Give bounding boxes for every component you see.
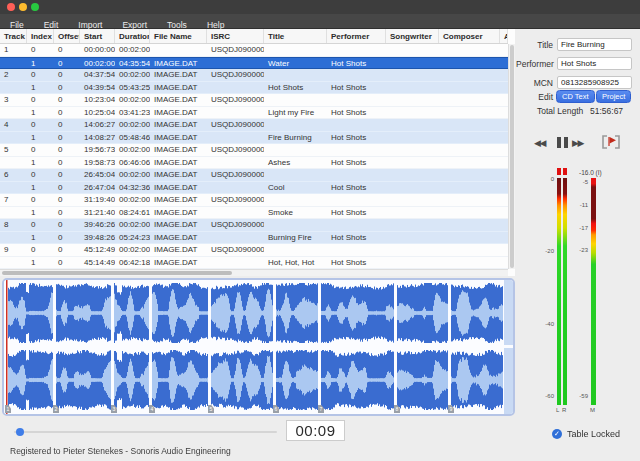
column-header-isrc[interactable]: ISRC: [207, 29, 264, 43]
column-header-arranger[interactable]: Arr: [500, 29, 508, 43]
cell-songwriter: [386, 257, 439, 269]
cell-index: 0: [27, 119, 54, 131]
cell-isrc: USQDJ0900009: [207, 244, 264, 256]
cell-track: 2: [0, 69, 27, 81]
cell-songwriter: [386, 94, 439, 106]
cell-track: [0, 82, 27, 94]
table-row[interactable]: 1026:47:0404:32:36IMAGE.DATCoolHot Shots: [0, 182, 508, 195]
cell-track: [0, 182, 27, 194]
table-row[interactable]: 1010:25:0403:41:23IMAGE.DATLight my Fire…: [0, 107, 508, 120]
cell-isrc: USQDJ0900005: [207, 144, 264, 156]
cell-isrc: [207, 132, 264, 144]
table-row[interactable]: 80039:46:2600:02:00IMAGE.DATUSQDJ0900008: [0, 219, 508, 232]
table-row[interactable]: 1004:39:5405:43:25IMAGE.DATHot ShotsHot …: [0, 82, 508, 95]
column-header-track[interactable]: Track: [0, 29, 27, 43]
table-horizontal-scrollbar[interactable]: [0, 269, 508, 276]
marker-flag-button[interactable]: [600, 134, 622, 154]
performer-input[interactable]: [557, 57, 632, 70]
rewind-button[interactable]: ◀◀: [534, 137, 545, 149]
column-header-duration[interactable]: Duration: [115, 29, 150, 43]
column-header-title[interactable]: Title: [264, 29, 327, 43]
cell-composer: [439, 157, 500, 169]
pause-button[interactable]: [557, 137, 571, 155]
cell-arranger: [500, 144, 508, 156]
table-row[interactable]: 1000:02:0004:35:54IMAGE.DATWaterHot Shot…: [0, 57, 508, 70]
zoom-window-button[interactable]: [31, 3, 39, 11]
cell-track: 8: [0, 219, 27, 231]
cell-isrc: [207, 58, 264, 69]
cell-arranger: [500, 244, 508, 256]
position-slider-handle[interactable]: [16, 428, 24, 436]
cell-index: 0: [27, 194, 54, 206]
cell-file-name: IMAGE.DAT: [150, 69, 207, 81]
table-row[interactable]: 90045:12:4900:02:00IMAGE.DATUSQDJ0900009: [0, 244, 508, 257]
cell-track: [0, 58, 27, 69]
cell-composer: [439, 144, 500, 156]
cell-offset: 0: [54, 44, 80, 56]
meter-channel-label: R: [562, 407, 566, 413]
mcn-input[interactable]: [557, 76, 632, 89]
m-meter-scale-label: -17: [568, 225, 588, 231]
table-row[interactable]: 1039:48:2605:24:23IMAGE.DATBurning FireH…: [0, 232, 508, 245]
column-header-performer[interactable]: Performer: [327, 29, 386, 43]
cell-composer: [439, 94, 500, 106]
cell-arranger: [500, 219, 508, 231]
cell-performer: [327, 144, 386, 156]
titlebar: [0, 0, 640, 14]
table-row[interactable]: 60026:45:0400:02:00IMAGE.DATUSQDJ0900006: [0, 169, 508, 182]
table-row[interactable]: 70031:19:4000:02:00IMAGE.DATUSQDJ0900007: [0, 194, 508, 207]
marker-flag-icon: [600, 134, 622, 150]
project-button[interactable]: Project: [596, 90, 631, 103]
cell-index: 1: [27, 132, 54, 144]
column-header-offset[interactable]: Offset: [54, 29, 80, 43]
rewind-icon: ◀◀: [534, 138, 545, 148]
table-row[interactable]: 1014:08:2705:48:46IMAGE.DATFire BurningH…: [0, 132, 508, 145]
column-header-start[interactable]: Start: [80, 29, 115, 43]
cell-track: [0, 232, 27, 244]
cell-duration: 05:43:25: [115, 82, 150, 94]
table-row[interactable]: 30010:23:0400:02:00IMAGE.DATUSQDJ0900003: [0, 94, 508, 107]
horizontal-scroll-thumb[interactable]: [2, 271, 232, 275]
table-row[interactable]: 10000:00:0000:02:00USQDJ0900001: [0, 44, 508, 57]
close-window-button[interactable]: [7, 3, 15, 11]
cell-composer: [439, 207, 500, 219]
table-vertical-scrollbar[interactable]: [508, 44, 515, 269]
cell-performer: Hot Shots: [327, 207, 386, 219]
table-header: TrackIndexOffsetStartDurationFile NameIS…: [0, 29, 508, 44]
fast-forward-button[interactable]: ▶▶: [572, 137, 583, 149]
cell-title: [264, 119, 327, 131]
table-row[interactable]: 1019:58:7306:46:06IMAGE.DATAshesHot Shot…: [0, 157, 508, 170]
cell-duration: 03:41:23: [115, 107, 150, 119]
cell-offset: 0: [54, 82, 80, 94]
cell-start: 10:25:04: [80, 107, 115, 119]
cell-track: [0, 207, 27, 219]
column-header-file-name[interactable]: File Name: [150, 29, 207, 43]
cell-songwriter: [386, 58, 439, 69]
cell-start: 39:46:26: [80, 219, 115, 231]
cell-performer: Hot Shots: [327, 107, 386, 119]
cell-track: 1: [0, 44, 27, 56]
table-row[interactable]: 1031:21:4008:24:61IMAGE.DATSmokeHot Shot…: [0, 207, 508, 220]
cell-title: Hot, Hot, Hot: [264, 257, 327, 269]
position-slider-track[interactable]: [14, 431, 277, 433]
title-input[interactable]: [557, 38, 632, 51]
column-header-songwriter[interactable]: Songwriter: [386, 29, 439, 43]
table-row[interactable]: 1045:14:4906:42:18IMAGE.DATHot, Hot, Hot…: [0, 257, 508, 270]
table-row[interactable]: 50019:56:7300:02:00IMAGE.DATUSQDJ0900005: [0, 144, 508, 157]
app-window: FileEditImportExportToolsHelp TrackIndex…: [0, 0, 640, 461]
waveform-display[interactable]: [4, 280, 513, 414]
column-header-composer[interactable]: Composer: [439, 29, 500, 43]
cell-composer: [439, 44, 500, 56]
cd-text-button[interactable]: CD Text: [556, 90, 595, 103]
cell-offset: 0: [54, 194, 80, 206]
minimize-window-button[interactable]: [19, 3, 27, 11]
vertical-scroll-thumb[interactable]: [510, 45, 514, 268]
cell-track: 6: [0, 169, 27, 181]
cell-duration: 00:02:00: [115, 44, 150, 56]
table-row[interactable]: 20004:37:5400:02:00IMAGE.DATUSQDJ0900002: [0, 69, 508, 82]
cell-start: 10:23:04: [80, 94, 115, 106]
column-header-index[interactable]: Index: [27, 29, 54, 43]
table-row[interactable]: 40014:06:2700:02:00IMAGE.DATUSQDJ0900004: [0, 119, 508, 132]
cell-start: 45:14:49: [80, 257, 115, 269]
cell-composer: [439, 182, 500, 194]
